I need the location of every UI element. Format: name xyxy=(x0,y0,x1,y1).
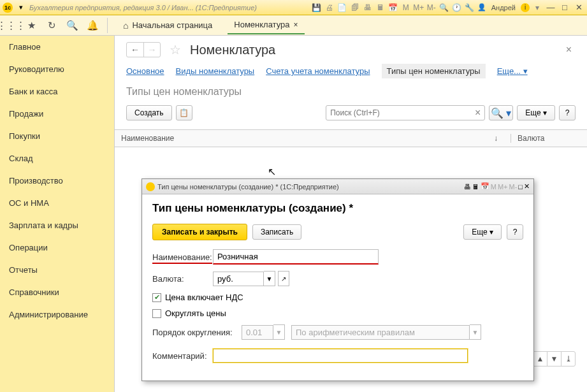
sidebar-item-manager[interactable]: Руководителю xyxy=(0,58,114,80)
sidebar-item-assets[interactable]: ОС и НМА xyxy=(0,192,114,214)
save-button[interactable]: Записать xyxy=(252,224,301,240)
subtab-main[interactable]: Основное xyxy=(126,66,164,76)
sidebar-item-sales[interactable]: Продажи xyxy=(0,103,114,125)
sidebar-item-dicts[interactable]: Справочники xyxy=(0,281,114,303)
star-icon[interactable]: ★ xyxy=(25,20,37,31)
sidebar-item-production[interactable]: Производство xyxy=(0,170,114,192)
comment-input[interactable] xyxy=(213,349,468,363)
info-dropdown-icon[interactable]: ▾ xyxy=(532,3,542,13)
create-button[interactable]: Создать xyxy=(126,105,172,120)
nav-down-button[interactable]: ▼ xyxy=(547,352,561,366)
nav-last-button[interactable]: ⤓ xyxy=(561,352,575,366)
subtab-kinds[interactable]: Виды номенклатуры xyxy=(176,66,255,76)
tab-close-icon[interactable]: × xyxy=(294,20,298,29)
save-close-button[interactable]: Записать и закрыть xyxy=(152,224,247,240)
dlg-maximize-button[interactable]: □ xyxy=(518,183,523,191)
search-box: × xyxy=(326,105,485,120)
save-icon[interactable]: 💾 xyxy=(312,3,322,13)
sidebar-item-ops[interactable]: Операции xyxy=(0,236,114,259)
subtab-types[interactable]: Типы цен номенклатуры xyxy=(382,64,486,78)
calendar-icon[interactable]: 📅 xyxy=(388,3,398,13)
currency-input[interactable] xyxy=(213,272,264,286)
page-title: Номенклатура xyxy=(190,43,561,57)
favorite-button[interactable]: ☆ xyxy=(170,42,181,57)
sidebar-item-purchases[interactable]: Покупки xyxy=(0,125,114,147)
more-button[interactable]: Еще ▾ xyxy=(517,105,555,120)
info-icon[interactable]: i xyxy=(521,3,530,12)
tab-nomenclature-label: Номенклатура xyxy=(234,20,289,29)
mminus-icon[interactable]: M- xyxy=(426,3,437,13)
round-order-input xyxy=(242,325,273,340)
minimize-button[interactable]: — xyxy=(545,3,556,13)
nav-forward-button[interactable]: → xyxy=(143,43,160,57)
back-dropdown-icon[interactable]: ▾ xyxy=(15,2,27,13)
dlg-mplus-icon[interactable]: M+ xyxy=(498,183,508,191)
bell-icon[interactable]: 🔔 xyxy=(87,20,98,31)
sort-icon[interactable]: ↓ xyxy=(494,134,498,143)
nav-arrows: ← → xyxy=(126,42,161,57)
tab-home[interactable]: ⌂ Начальная страница xyxy=(117,17,219,34)
currency-dropdown-icon[interactable]: ▼ xyxy=(264,271,275,286)
col-currency[interactable]: Валюта xyxy=(511,134,581,143)
wrench-icon[interactable]: 🔧 xyxy=(465,3,475,13)
tab-nomenclature[interactable]: Номенклатура × xyxy=(228,16,304,34)
mplus-icon[interactable]: M+ xyxy=(414,3,424,13)
sidebar-item-reports[interactable]: Отчеты xyxy=(0,259,114,281)
search-clear-icon[interactable]: × xyxy=(471,107,484,119)
dlg-m-icon[interactable]: M xyxy=(491,183,496,191)
sidebar-item-hr[interactable]: Зарплата и кадры xyxy=(0,214,114,236)
dlg-close-button[interactable]: ✕ xyxy=(524,182,530,191)
cursor-icon: ↖ xyxy=(268,166,276,178)
printer2-icon[interactable]: 🖶 xyxy=(363,3,373,13)
round-method-input xyxy=(291,325,470,340)
col-name[interactable]: Наименование xyxy=(121,134,494,143)
app-title: Бухгалтерия предприятия, редакция 3.0 / … xyxy=(29,4,257,11)
round-order-label: Порядок округления: xyxy=(152,328,242,337)
nav-up-button[interactable]: ▲ xyxy=(533,352,547,366)
round-order-dropdown-icon: ▼ xyxy=(273,324,285,340)
currency-open-icon[interactable]: ↗ xyxy=(278,271,289,286)
calc-icon[interactable]: 🖩 xyxy=(375,3,386,13)
clock-icon[interactable]: 🕐 xyxy=(452,3,462,13)
apps-icon[interactable]: ⋮⋮⋮ xyxy=(5,20,17,31)
currency-label: Валюта: xyxy=(152,274,213,284)
nav-back-button[interactable]: ← xyxy=(127,43,143,57)
sidebar-item-warehouse[interactable]: Склад xyxy=(0,147,114,170)
maximize-button[interactable]: □ xyxy=(559,3,570,13)
close-button[interactable]: ✕ xyxy=(573,3,584,13)
subtab-more[interactable]: Еще... ▾ xyxy=(497,66,528,76)
dialog-window-title: Тип цены номенклатуры (создание) * (1С:П… xyxy=(157,183,464,191)
user-label[interactable]: Андрей xyxy=(491,4,516,11)
sidebar-item-main[interactable]: Главное xyxy=(0,36,114,58)
dlg-calendar-icon[interactable]: 📅 xyxy=(481,182,489,191)
search-input[interactable] xyxy=(326,108,471,117)
dlg-mminus-icon[interactable]: M- xyxy=(509,183,518,191)
home-icon: ⌂ xyxy=(123,20,128,31)
page-close-button[interactable]: × xyxy=(566,44,572,55)
help-button[interactable]: ? xyxy=(559,105,576,120)
zoom-icon[interactable]: 🔍 xyxy=(439,3,449,13)
dialog-logo-icon xyxy=(146,182,155,191)
sidebar-item-admin[interactable]: Администрирование xyxy=(0,303,114,326)
find-button[interactable]: 🔍 ▾ xyxy=(489,105,513,120)
dlg-more-button[interactable]: Еще ▾ xyxy=(463,224,502,240)
search-icon[interactable]: 🔍 xyxy=(66,20,78,31)
vat-checkbox[interactable]: ✔ xyxy=(152,293,161,302)
subtab-accounts[interactable]: Счета учета номенклатуры xyxy=(266,66,370,76)
app-logo-icon: 1c xyxy=(3,3,13,13)
dlg-print-icon[interactable]: 🖶 xyxy=(464,183,471,191)
round-method-dropdown-icon: ▼ xyxy=(470,324,481,340)
dlg-help-button[interactable]: ? xyxy=(507,224,523,240)
m-icon[interactable]: M xyxy=(401,3,411,13)
compare-icon[interactable]: 🗐 xyxy=(350,3,360,13)
document-icon[interactable]: 📄 xyxy=(337,3,347,13)
sidebar: Главное Руководителю Банк и касса Продаж… xyxy=(0,36,115,392)
dlg-calc-icon[interactable]: 🖩 xyxy=(472,183,479,191)
print-icon[interactable]: 🖨 xyxy=(324,3,335,13)
sidebar-item-bank[interactable]: Банк и касса xyxy=(0,80,114,103)
name-input[interactable] xyxy=(213,249,379,265)
history-icon[interactable]: ↻ xyxy=(46,20,57,31)
dialog-price-type: Тип цены номенклатуры (создание) * (1С:П… xyxy=(141,178,534,381)
round-checkbox[interactable] xyxy=(152,309,161,318)
copy-button[interactable]: 📋 xyxy=(176,105,192,120)
